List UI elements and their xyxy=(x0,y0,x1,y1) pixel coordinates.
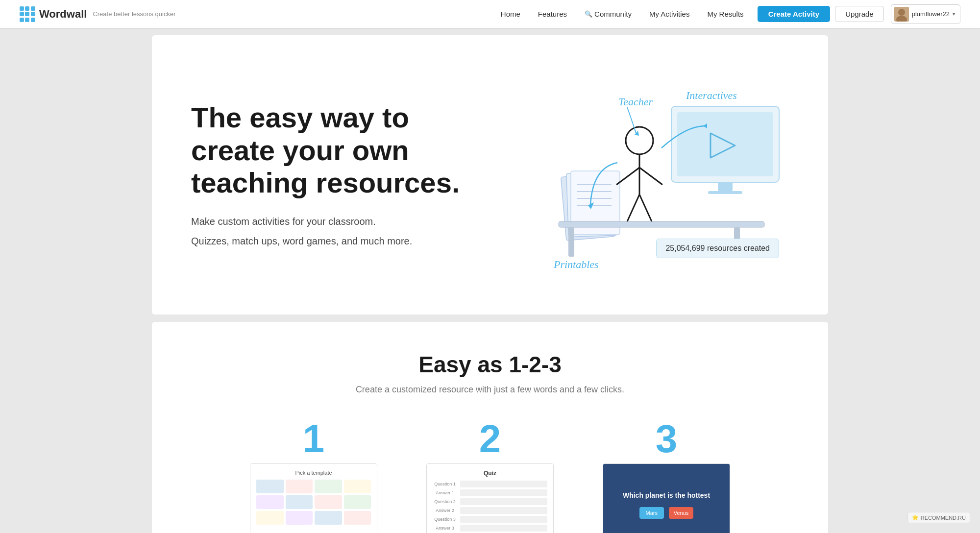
recommend-badge: ⭐ RECOMMEND.RU xyxy=(907,512,970,523)
easy-section: Easy as 1-2-3 Create a customized resour… xyxy=(152,322,828,533)
navbar-nav: Home Features 🔍 Community My Activities … xyxy=(493,4,960,24)
easy-title: Easy as 1-2-3 xyxy=(191,351,789,378)
hero-subtitle2: Quizzes, match ups, word games, and much… xyxy=(191,234,495,248)
step-1-label: Pick a template xyxy=(256,470,371,476)
svg-point-10 xyxy=(898,9,905,16)
recommend-label: RECOMMEND.RU xyxy=(921,515,966,521)
svg-rect-7 xyxy=(25,18,29,22)
wordwall-logo: Wordwall xyxy=(20,6,87,22)
wordwall-logo-icon xyxy=(20,6,35,22)
brand-link[interactable]: Wordwall xyxy=(20,6,87,22)
step-2: 2 Quiz Question 1 Answer 1 Question 2 An… xyxy=(416,419,564,533)
svg-text:Interactives: Interactives xyxy=(686,89,737,101)
svg-rect-3 xyxy=(20,12,24,16)
hero-subtitle1: Make custom activities for your classroo… xyxy=(191,214,495,229)
hero-title: The easy way to create your own teaching… xyxy=(191,101,495,199)
svg-rect-2 xyxy=(31,6,35,11)
svg-rect-5 xyxy=(31,12,35,16)
nav-home[interactable]: Home xyxy=(493,7,528,21)
nav-my-activities[interactable]: My Activities xyxy=(641,7,698,21)
svg-rect-8 xyxy=(31,18,35,22)
svg-point-27 xyxy=(626,127,653,154)
svg-rect-13 xyxy=(677,112,773,176)
step-1-image: Pick a template xyxy=(250,463,377,533)
step-3: 3 Which planet is the hottest Mars Venus xyxy=(593,419,740,533)
hero-section: The easy way to create your own teaching… xyxy=(152,35,828,315)
steps-row: 1 Pick a template xyxy=(191,419,789,533)
step-2-image: Quiz Question 1 Answer 1 Question 2 Answ… xyxy=(426,463,554,533)
svg-rect-1 xyxy=(25,6,29,11)
avatar-image xyxy=(894,7,909,22)
nav-my-results[interactable]: My Results xyxy=(699,7,751,21)
easy-subtitle: Create a customized resource with just a… xyxy=(191,385,789,395)
step-1-number: 1 xyxy=(303,419,325,459)
resources-badge: 25,054,699 resources created xyxy=(656,239,779,258)
svg-text:Teacher: Teacher xyxy=(618,96,653,108)
svg-line-30 xyxy=(639,168,662,185)
svg-rect-0 xyxy=(20,6,24,11)
logo-text: Wordwall xyxy=(39,8,87,21)
nav-features[interactable]: Features xyxy=(530,7,575,21)
recommend-icon: ⭐ xyxy=(912,514,919,521)
svg-rect-25 xyxy=(568,227,574,257)
step-2-number: 2 xyxy=(479,419,501,459)
svg-rect-15 xyxy=(718,182,733,191)
svg-rect-4 xyxy=(25,12,29,16)
user-menu[interactable]: plumflower22 ▾ xyxy=(891,4,960,24)
step-2-label: Quiz xyxy=(433,470,547,477)
step-3-image: Which planet is the hottest Mars Venus xyxy=(603,463,730,533)
svg-text:Printables: Printables xyxy=(553,258,599,270)
page-container: The easy way to create your own teaching… xyxy=(152,35,828,533)
search-icon: 🔍 xyxy=(585,10,592,18)
nav-community[interactable]: 🔍 Community xyxy=(577,7,639,21)
step-1: 1 Pick a template xyxy=(240,419,387,533)
svg-rect-24 xyxy=(559,221,764,227)
svg-line-32 xyxy=(639,194,652,221)
svg-rect-16 xyxy=(708,191,742,194)
step-3-number: 3 xyxy=(656,419,678,459)
hero-illustration: Interactives Printables Teacher 25,054,6… xyxy=(544,77,789,273)
create-activity-button[interactable]: Create Activity xyxy=(758,6,831,22)
user-name: plumflower22 xyxy=(912,10,950,18)
hero-text: The easy way to create your own teaching… xyxy=(191,101,495,248)
navbar: Wordwall Create better lessons quicker H… xyxy=(0,0,980,28)
avatar xyxy=(894,7,909,22)
step-1-grid xyxy=(256,480,371,525)
svg-line-31 xyxy=(627,194,639,221)
upgrade-button[interactable]: Upgrade xyxy=(835,6,884,22)
step-3-label: Which planet is the hottest xyxy=(623,491,710,499)
chevron-down-icon: ▾ xyxy=(953,11,955,17)
svg-rect-6 xyxy=(20,18,24,22)
navbar-tagline: Create better lessons quicker xyxy=(93,10,175,18)
